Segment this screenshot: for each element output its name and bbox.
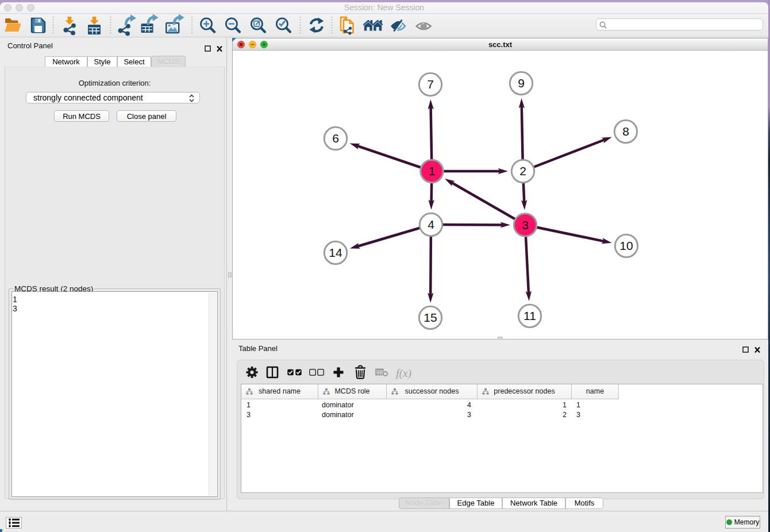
svg-text:8: 8 [622,125,629,138]
svg-text:15: 15 [424,311,437,324]
svg-text:f(x): f(x) [396,367,411,380]
svg-text:9: 9 [518,76,525,90]
svg-text:4: 4 [428,218,434,231]
svg-text:6: 6 [332,132,339,145]
svg-text:11: 11 [523,309,536,322]
svg-text:7: 7 [427,78,434,91]
svg-text:2: 2 [519,164,526,178]
svg-text:10: 10 [619,239,633,252]
svg-text:14: 14 [329,246,342,259]
svg-text:3: 3 [522,218,529,232]
svg-text:1: 1 [429,164,436,178]
